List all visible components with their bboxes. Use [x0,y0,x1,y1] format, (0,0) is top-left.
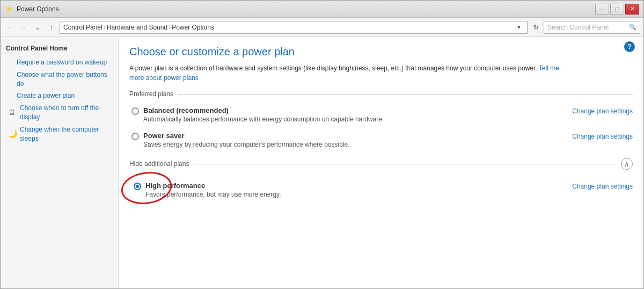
sidebar-item-computersleeps[interactable]: 🌙 Change when the computer sleeps [6,124,113,145]
balanced-plan: Balanced (recommended) Automatically bal… [129,102,633,127]
page-description: A power plan is a collection of hardware… [129,63,569,83]
section-divider [178,94,633,95]
search-icon: 🔍 [629,24,636,31]
balanced-radio[interactable] [131,107,139,115]
balanced-plan-settings[interactable]: Change plan settings [561,107,633,115]
help-button[interactable]: ? [624,41,635,52]
section-divider-2 [193,164,618,164]
balanced-plan-desc: Automatically balances performance with … [143,115,561,123]
hide-plans-label: Hide additional plans [129,160,193,168]
powersaver-plan-name: Power saver [143,132,561,140]
maximize-button[interactable]: □ [610,4,624,15]
powersaver-radio[interactable] [131,133,139,140]
collapse-button[interactable]: ∧ [621,158,633,170]
page-title: Choose or customize a power plan [129,46,633,58]
address-bar: ← → ⌄ ↑ Control Panel › Hardware and Sou… [1,18,643,37]
path-dropdown-arrow[interactable]: ▼ [514,24,524,30]
hide-additional-plans-section: Hide additional plans ∧ [129,158,633,170]
search-box[interactable]: Search Control Panel 🔍 [544,21,640,34]
path-segment-poweroptions[interactable]: Power Options [172,24,214,31]
app-icon: ⚡ [5,5,13,13]
path-segment-controlpanel[interactable]: Control Panel [63,24,103,31]
sidebar-home[interactable]: Control Panel Home [6,44,113,56]
path-segment-hardwareandsound[interactable]: Hardware and Sound [107,24,167,31]
window-title: Power Options [17,5,595,13]
highperf-radio[interactable] [134,183,141,190]
refresh-button[interactable]: ↻ [530,21,541,33]
search-placeholder: Search Control Panel [547,24,609,31]
highperf-plan-settings[interactable]: Change plan settings [561,183,633,190]
powersaver-plan: Power saver Saves energy by reducing you… [129,127,633,153]
minimize-button[interactable]: — [595,4,609,15]
powersaver-plan-desc: Saves energy by reducing your computer's… [143,141,561,148]
back-button[interactable]: ← [4,21,16,33]
sleep-icon: 🌙 [8,129,17,140]
title-bar: ⚡ Power Options — □ ✕ [1,1,643,18]
preferred-plans-label: Preferred plans [129,90,178,98]
window-controls: — □ ✕ [595,4,639,15]
address-path[interactable]: Control Panel › Hardware and Sound › Pow… [60,21,528,34]
highperf-plan: High performance Favors performance, but… [131,177,633,203]
up-button[interactable]: ↑ [46,21,57,33]
window: ⚡ Power Options — □ ✕ ← → ⌄ ↑ Control Pa… [0,0,644,289]
highperf-plan-desc: Favors performance, but may use more ene… [145,191,561,198]
balanced-plan-name: Balanced (recommended) [143,106,561,114]
sidebar-item-createplan[interactable]: Create a power plan [6,90,113,102]
forward-button[interactable]: → [18,21,30,33]
dropdown-arrow[interactable]: ⌄ [32,21,43,33]
preferred-plans-section: Preferred plans [129,90,633,98]
display-icon: 🖥 [8,107,16,118]
highperf-plan-container: High performance Favors performance, but… [129,173,633,207]
sidebar-item-password[interactable]: Require a password on wakeup [6,56,113,69]
main-content: Control Panel Home Require a password on… [1,37,643,288]
sidebar-item-turnoffdisplay[interactable]: 🖥 Choose when to turn off the display [6,102,113,124]
powersaver-plan-settings[interactable]: Change plan settings [561,133,633,140]
content-area: ? Choose or customize a power plan A pow… [119,37,643,288]
sidebar-item-powerbuttons[interactable]: Choose what the power buttons do [6,69,113,90]
close-button[interactable]: ✕ [625,4,639,15]
sidebar: Control Panel Home Require a password on… [1,37,119,288]
highperf-plan-name: High performance [145,182,561,190]
